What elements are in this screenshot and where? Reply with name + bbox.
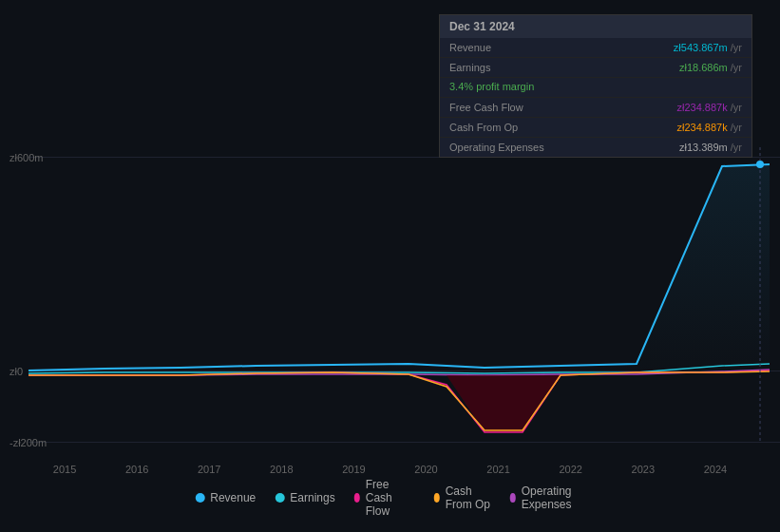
tooltip-value-revenue: zł543.867m /yr [674,42,742,53]
tooltip-value-cashop: zł234.887k /yr [677,122,743,133]
legend-label-cashop: Cash From Op [446,484,491,511]
tooltip-value-opex: zł13.389m /yr [679,142,742,153]
x-label-2024: 2024 [704,464,727,475]
tooltip-header: Dec 31 2024 [440,15,751,38]
x-label-2015: 2015 [53,464,76,475]
x-label-2023: 2023 [632,464,655,475]
chart-area: zł600m zł0 -zł200m [0,0,780,532]
tooltip-row-fcf: Free Cash Flow zł234.887k /yr [440,98,751,118]
tooltip-row-earnings: Earnings zł18.686m /yr [440,58,751,78]
legend-dot-cashop [434,493,440,503]
tooltip-margin-text: 3.4% profit margin [449,81,534,92]
chart-svg [0,147,780,442]
tooltip-label-fcf: Free Cash Flow [449,102,523,113]
x-label-2018: 2018 [270,464,293,475]
tooltip-label-revenue: Revenue [449,42,491,53]
legend-item-revenue[interactable]: Revenue [195,491,256,504]
tooltip-sub-margin: 3.4% profit margin [440,78,751,98]
grid-line-bottom [29,442,780,443]
tooltip-value-earnings: zł18.686m /yr [679,62,742,73]
legend-label-opex: Operating Expenses [522,484,585,511]
tooltip-row-revenue: Revenue zł543.867m /yr [440,38,751,58]
x-labels: 2015 2016 2017 2018 2019 2020 2021 2022 … [0,464,780,475]
legend-dot-revenue [195,493,204,503]
legend-dot-earnings [275,493,284,503]
svg-point-3 [756,161,764,168]
tooltip-label-earnings: Earnings [449,62,490,73]
x-label-2016: 2016 [125,464,148,475]
legend-item-earnings[interactable]: Earnings [275,491,334,504]
x-label-2020: 2020 [414,464,437,475]
legend-item-fcf[interactable]: Free Cash Flow [354,478,415,518]
x-label-2019: 2019 [342,464,365,475]
legend-dot-opex [510,493,516,503]
svg-marker-1 [409,375,561,432]
tooltip-label-cashop: Cash From Op [449,122,518,133]
legend-item-opex[interactable]: Operating Expenses [510,484,585,511]
svg-marker-0 [29,164,770,375]
tooltip-row-opex: Operating Expenses zł13.389m /yr [440,138,751,157]
tooltip-value-fcf: zł234.887k /yr [677,102,743,113]
legend-label-revenue: Revenue [210,491,256,504]
legend: Revenue Earnings Free Cash Flow Cash Fro… [195,478,585,518]
x-label-2022: 2022 [559,464,581,475]
tooltip-row-cashop: Cash From Op zł234.887k /yr [440,118,751,138]
legend-label-earnings: Earnings [290,491,334,504]
tooltip: Dec 31 2024 Revenue zł543.867m /yr Earni… [439,14,752,158]
legend-label-fcf: Free Cash Flow [366,478,415,518]
legend-dot-fcf [354,493,360,503]
tooltip-label-opex: Operating Expenses [449,142,544,153]
x-label-2021: 2021 [486,464,509,475]
x-label-2017: 2017 [198,464,220,475]
legend-item-cashop[interactable]: Cash From Op [434,484,491,511]
